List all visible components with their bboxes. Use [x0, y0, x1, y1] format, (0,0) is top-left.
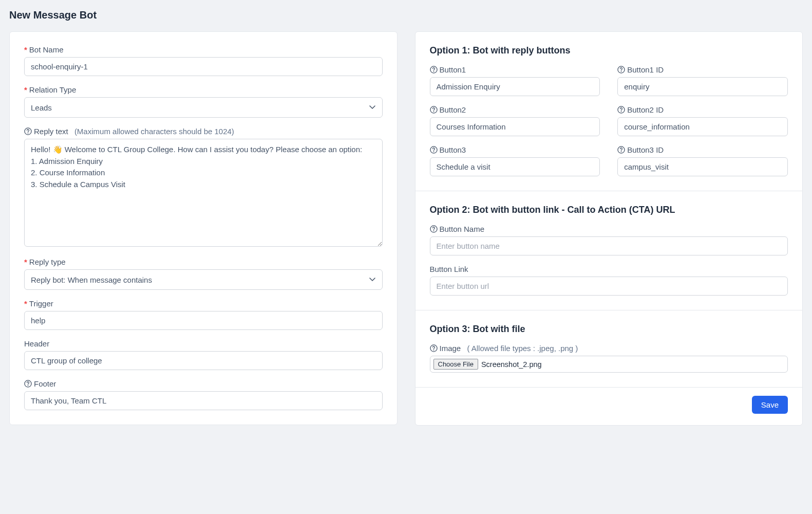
required-marker: *	[24, 299, 27, 308]
button3-id-input[interactable]	[617, 157, 788, 176]
help-icon	[617, 146, 625, 154]
trigger-label: Trigger	[29, 299, 53, 308]
button-link-label: Button Link	[430, 265, 468, 273]
field-button3: Button3	[430, 145, 600, 176]
field-button3-id: Button3 ID	[617, 145, 788, 176]
bot-name-input[interactable]	[24, 57, 383, 76]
button-name-input[interactable]	[430, 236, 788, 255]
help-icon	[24, 127, 32, 135]
field-button1-id: Button1 ID	[617, 65, 788, 96]
help-icon	[430, 146, 438, 154]
footer-label: Footer	[34, 379, 56, 388]
button2-input[interactable]	[430, 117, 600, 136]
option-3-title: Option 3: Bot with file	[430, 324, 788, 335]
button1-id-label: Button1 ID	[627, 65, 664, 74]
field-button1: Button1	[430, 65, 600, 96]
option-2-title: Option 2: Bot with button link - Call to…	[430, 205, 788, 215]
field-reply-type: * Reply type Reply bot: When message con…	[24, 258, 383, 290]
field-button-name: Button Name	[430, 225, 788, 255]
help-icon	[430, 106, 438, 114]
button1-input[interactable]	[430, 77, 600, 96]
help-icon	[617, 66, 625, 74]
option-3-section: Option 3: Bot with file Image ( Allowed …	[416, 310, 803, 388]
button-name-label: Button Name	[440, 225, 485, 233]
field-reply-text: Reply text (Maximum allowed characters s…	[24, 127, 383, 248]
field-button2-id: Button2 ID	[617, 105, 788, 136]
relation-type-value: Leads	[31, 103, 52, 112]
option-1-section: Option 1: Bot with reply buttons Button1…	[416, 32, 803, 191]
button1-id-input[interactable]	[617, 77, 788, 96]
option-2-section: Option 2: Bot with button link - Call to…	[416, 191, 803, 310]
page-title: New Message Bot	[9, 9, 803, 21]
chevron-down-icon	[369, 104, 376, 111]
save-button[interactable]: Save	[752, 396, 788, 414]
required-marker: *	[24, 258, 27, 266]
button-link-input[interactable]	[430, 277, 788, 296]
trigger-input[interactable]	[24, 311, 383, 330]
chosen-file-name: Screenshot_2.png	[481, 360, 542, 369]
choose-file-button[interactable]: Choose File	[433, 359, 478, 370]
field-header: Header	[24, 339, 383, 370]
relation-type-select[interactable]: Leads	[24, 97, 383, 118]
relation-type-label: Relation Type	[29, 85, 76, 94]
header-label: Header	[24, 339, 49, 348]
button2-id-label: Button2 ID	[627, 105, 664, 114]
footer-input[interactable]	[24, 391, 383, 410]
field-relation-type: * Relation Type Leads	[24, 85, 383, 118]
reply-type-label: Reply type	[29, 258, 66, 266]
field-bot-name: * Bot Name	[24, 45, 383, 76]
help-icon	[617, 106, 625, 114]
field-image: Image ( Allowed file types : .jpeg, .png…	[430, 344, 788, 373]
field-button-link: Button Link	[430, 265, 788, 296]
required-marker: *	[24, 85, 27, 94]
button2-label: Button2	[440, 105, 466, 114]
file-input-wrapper[interactable]: Choose File Screenshot_2.png	[430, 356, 788, 373]
image-hint: ( Allowed file types : .jpeg, .png )	[467, 344, 578, 353]
button3-label: Button3	[440, 145, 466, 154]
bot-form-card: * Bot Name * Relation Type Leads	[9, 31, 398, 425]
help-icon	[430, 66, 438, 74]
options-card: Option 1: Bot with reply buttons Button1…	[415, 31, 803, 426]
field-trigger: * Trigger	[24, 299, 383, 330]
reply-text-label: Reply text	[34, 127, 68, 136]
field-button2: Button2	[430, 105, 600, 136]
button3-id-label: Button3 ID	[627, 145, 664, 154]
save-row: Save	[416, 388, 803, 425]
help-icon	[430, 344, 438, 352]
reply-text-hint: (Maximum allowed characters should be 10…	[74, 127, 234, 136]
bot-name-label: Bot Name	[29, 45, 64, 54]
button2-id-input[interactable]	[617, 117, 788, 136]
reply-type-select[interactable]: Reply bot: When message contains	[24, 269, 383, 290]
header-input[interactable]	[24, 351, 383, 370]
chevron-down-icon	[369, 276, 376, 283]
help-icon	[24, 380, 32, 388]
required-marker: *	[24, 45, 27, 54]
reply-type-value: Reply bot: When message contains	[31, 276, 152, 284]
button3-input[interactable]	[430, 157, 600, 176]
option-1-title: Option 1: Bot with reply buttons	[430, 45, 788, 56]
reply-text-textarea[interactable]: Hello! 👋 Welcome to CTL Group College. H…	[24, 139, 383, 247]
button1-label: Button1	[440, 65, 466, 74]
help-icon	[430, 225, 438, 233]
image-label: Image	[440, 344, 461, 353]
field-footer: Footer	[24, 379, 383, 410]
